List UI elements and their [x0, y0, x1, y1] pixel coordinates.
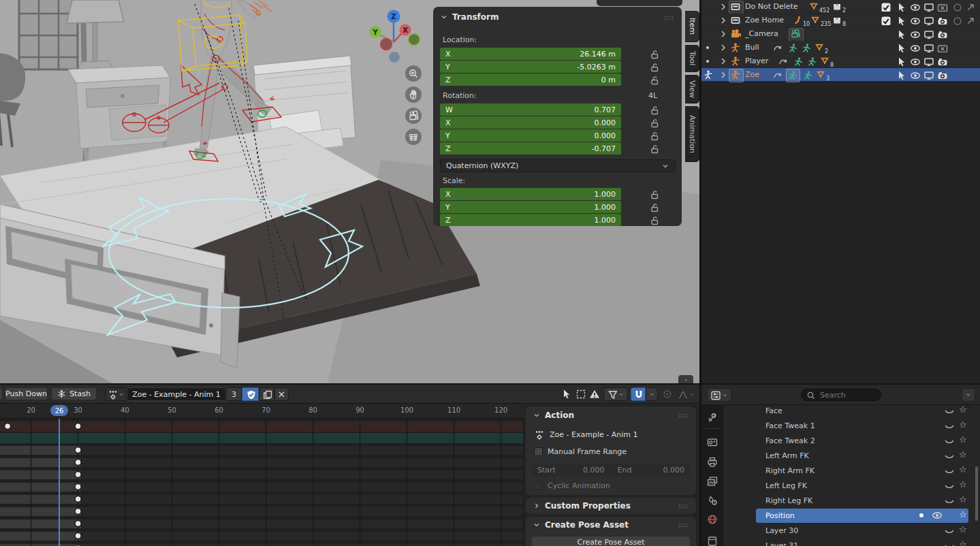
disable-viewport-icon[interactable]	[923, 2, 934, 12]
visibility-eye-closed-icon[interactable]	[944, 421, 955, 428]
end-frame-field[interactable]: End 0.000	[612, 464, 691, 477]
tab-output-icon[interactable]	[707, 457, 718, 468]
disable-viewport-icon[interactable]	[923, 29, 934, 39]
rotation-x-field[interactable]: X0.000	[440, 116, 621, 129]
tab-tool[interactable]: Tool	[685, 45, 699, 72]
rotation-w-field[interactable]: W0.707	[440, 103, 621, 116]
new-action-copy-button[interactable]	[259, 387, 274, 401]
gizmo-neg-z[interactable]	[389, 52, 400, 63]
action-name-field[interactable]: Zoe - Example - Anim 1	[127, 387, 226, 401]
action-browse-button[interactable]	[105, 387, 127, 401]
hide-viewport-eye-icon[interactable]	[910, 16, 921, 25]
selectable-icon[interactable]	[896, 57, 907, 66]
outliner-row-bull[interactable]: Bull 2	[701, 41, 980, 54]
selectable-icon[interactable]	[896, 16, 907, 25]
gizmo-y-label[interactable]: Y	[372, 29, 378, 36]
solo-star-icon[interactable]: ☆	[959, 449, 967, 460]
lock-location-z-icon[interactable]	[647, 74, 661, 86]
solo-star-icon[interactable]: ☆	[959, 479, 967, 489]
create-pose-asset-button[interactable]: Create Pose Asset	[531, 536, 691, 546]
panel-grip-icon[interactable]	[678, 523, 689, 528]
gizmo-x-label[interactable]: X	[402, 27, 408, 34]
search-box[interactable]	[801, 389, 881, 401]
lock-location-x-icon[interactable]	[647, 48, 661, 60]
scale-z-field[interactable]: Z1.000	[440, 214, 621, 226]
manual-frame-range-checkbox[interactable]	[534, 447, 543, 456]
selectable-icon[interactable]	[896, 29, 907, 39]
tab-scene-icon[interactable]	[707, 495, 718, 506]
lock-scale-y-icon[interactable]	[647, 201, 661, 213]
warning-icon[interactable]	[589, 389, 600, 400]
disable-viewport-icon[interactable]	[923, 43, 934, 52]
outliner-item-label[interactable]: _Camera	[745, 29, 778, 38]
disable-viewport-icon[interactable]	[923, 57, 934, 66]
holdout-icon[interactable]	[952, 16, 963, 25]
panel-grip-icon[interactable]	[664, 16, 675, 21]
scale-x-field[interactable]: X1.000	[440, 188, 621, 200]
gizmo-neg-y[interactable]	[409, 34, 420, 46]
bone-collection-row[interactable]: Left Arm FK☆	[756, 449, 968, 463]
expand-chevron-icon[interactable]	[718, 15, 729, 26]
tab-tool-icon[interactable]	[707, 412, 718, 423]
pan-hand-button[interactable]	[405, 86, 422, 103]
outliner-item-label[interactable]: Player	[745, 57, 768, 65]
visibility-eye-closed-icon[interactable]	[944, 526, 955, 533]
hide-viewport-eye-icon[interactable]	[910, 57, 921, 66]
manual-frame-range-row[interactable]: Manual Frame Range	[534, 447, 627, 456]
tab-view-layer-icon[interactable]	[707, 476, 718, 487]
outliner-row-do-not-delete[interactable]: Do Not Delete 452 2	[701, 0, 980, 14]
armature-object-icon[interactable]	[730, 56, 741, 67]
visibility-eye-closed-icon[interactable]	[944, 496, 955, 503]
proportional-falloff-button[interactable]	[676, 387, 697, 401]
solo-star-icon[interactable]: ☆	[959, 434, 967, 445]
unlink-action-button[interactable]	[274, 387, 289, 401]
rotation-4l-button[interactable]: 4L	[648, 91, 657, 100]
selectable-icon[interactable]	[896, 43, 907, 52]
solo-star-icon[interactable]: ☆	[959, 524, 967, 534]
indirect-only-icon[interactable]	[965, 2, 976, 12]
solo-star-icon[interactable]: ☆	[959, 494, 967, 504]
transform-panel-header[interactable]: Transform	[440, 12, 499, 22]
editor-split-horizontal-left[interactable]	[0, 383, 701, 385]
partial-button[interactable]	[0, 387, 3, 400]
fake-user-shield-button[interactable]	[242, 387, 259, 401]
custom-properties-panel[interactable]: Custom Properties	[526, 498, 696, 514]
filter-button[interactable]	[603, 387, 628, 401]
armature-object-icon[interactable]	[730, 42, 741, 53]
lock-location-y-icon[interactable]	[647, 61, 661, 73]
exclude-checkbox[interactable]	[881, 2, 891, 12]
bone-collection-row[interactable]: Right Arm FK☆	[756, 464, 968, 478]
collection-icon[interactable]	[730, 15, 741, 26]
disable-viewport-icon[interactable]	[923, 70, 934, 80]
holdout-icon[interactable]	[952, 2, 963, 12]
tab-world-icon[interactable]	[707, 514, 718, 525]
solo-star-icon[interactable]: ☆	[959, 539, 967, 546]
bone-collection-row[interactable]: Face☆	[756, 404, 968, 418]
proportional-edit-icon[interactable]	[662, 389, 673, 400]
expand-chevron-icon[interactable]	[718, 42, 729, 53]
camera-view-button[interactable]	[405, 108, 422, 124]
outliner-row-player[interactable]: Player 8	[701, 54, 980, 68]
editor-split-horizontal-right[interactable]	[701, 383, 980, 385]
cyclic-animation-row[interactable]: Cyclic Animation	[534, 481, 610, 490]
expand-chevron-icon[interactable]	[718, 29, 729, 39]
collection-icon[interactable]	[730, 1, 741, 12]
armature-object-icon[interactable]	[730, 69, 741, 80]
solo-star-icon[interactable]: ☆	[959, 509, 967, 519]
tab-render-icon[interactable]	[707, 436, 718, 447]
hide-viewport-eye-icon[interactable]	[910, 70, 921, 80]
location-y-field[interactable]: Y-5.0263 m	[440, 61, 621, 73]
bone-collection-row[interactable]: Face Tweak 2☆	[756, 434, 968, 448]
action-users-count-button[interactable]: 3	[226, 387, 242, 401]
enable-render-camera-icon[interactable]	[937, 70, 948, 80]
camera-object-icon[interactable]	[730, 29, 741, 39]
visibility-eye-closed-icon[interactable]	[944, 466, 955, 473]
action-datablock-row[interactable]: Zoe - Example - Anim 1	[534, 430, 637, 440]
disable-render-icon[interactable]	[937, 2, 948, 12]
bone-collection-row[interactable]: Right Leg FK☆	[756, 494, 968, 508]
header-options-button[interactable]	[962, 388, 975, 402]
hide-viewport-eye-icon[interactable]	[910, 29, 921, 39]
bone-collection-row[interactable]: Position☆	[756, 509, 968, 523]
hide-viewport-eye-icon[interactable]	[910, 2, 921, 12]
tab-item[interactable]: Item	[685, 11, 699, 42]
